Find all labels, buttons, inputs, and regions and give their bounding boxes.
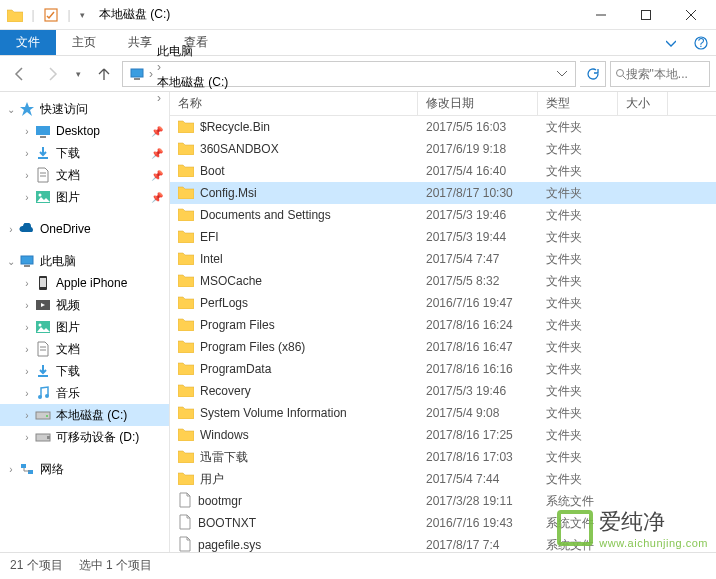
- file-row[interactable]: Documents and Settings2017/5/3 19:46文件夹: [170, 204, 716, 226]
- chevron-right-icon[interactable]: ›: [20, 192, 34, 203]
- column-header-size[interactable]: 大小: [618, 92, 668, 115]
- help-icon[interactable]: ?: [686, 30, 716, 55]
- expand-ribbon-icon[interactable]: [656, 30, 686, 55]
- file-name-label: EFI: [200, 230, 219, 244]
- file-row[interactable]: 360SANDBOX2017/6/19 9:18文件夹: [170, 138, 716, 160]
- tree-item[interactable]: ›视频: [0, 294, 169, 316]
- tree-item[interactable]: ›文档📌: [0, 164, 169, 186]
- properties-icon[interactable]: [39, 3, 63, 27]
- tree-label: 音乐: [56, 385, 80, 402]
- file-row[interactable]: Recovery2017/5/3 19:46文件夹: [170, 380, 716, 402]
- file-row[interactable]: 用户2017/5/4 7:44文件夹: [170, 468, 716, 490]
- file-date-cell: 2017/8/16 17:25: [418, 428, 538, 442]
- file-row[interactable]: 迅雷下载2017/8/16 17:03文件夹: [170, 446, 716, 468]
- maximize-button[interactable]: [623, 0, 668, 30]
- documents-icon: [34, 340, 52, 358]
- close-button[interactable]: [668, 0, 713, 30]
- chevron-right-icon[interactable]: ›: [20, 300, 34, 311]
- search-input[interactable]: [626, 67, 705, 81]
- tab-file[interactable]: 文件: [0, 30, 56, 55]
- file-row[interactable]: Program Files2017/8/16 16:24文件夹: [170, 314, 716, 336]
- chevron-right-icon[interactable]: ›: [20, 366, 34, 377]
- file-name-label: Windows: [200, 428, 249, 442]
- file-row[interactable]: BOOTNXT2016/7/16 19:43系统文件: [170, 512, 716, 534]
- tree-item[interactable]: ›图片: [0, 316, 169, 338]
- chevron-right-icon[interactable]: ›: [149, 67, 153, 81]
- back-button[interactable]: [6, 60, 34, 88]
- file-row[interactable]: Intel2017/5/4 7:47文件夹: [170, 248, 716, 270]
- file-name-cell: pagefile.sys: [170, 536, 418, 553]
- file-row[interactable]: pagefile.sys2017/8/17 7:4系统文件: [170, 534, 716, 552]
- chevron-right-icon[interactable]: ›: [20, 278, 34, 289]
- tree-item[interactable]: ›下载📌: [0, 142, 169, 164]
- file-date-cell: 2017/5/4 7:47: [418, 252, 538, 266]
- tree-item[interactable]: ›本地磁盘 (C:): [0, 404, 169, 426]
- file-name-cell: Intel: [170, 251, 418, 268]
- address-bar[interactable]: › 此电脑›本地磁盘 (C:)›: [122, 61, 576, 87]
- chevron-right-icon[interactable]: ›: [20, 126, 34, 137]
- folder-icon: [178, 339, 194, 356]
- tab-home[interactable]: 主页: [56, 30, 112, 55]
- tree-label: 文档: [56, 167, 80, 184]
- file-row[interactable]: PerfLogs2016/7/16 19:47文件夹: [170, 292, 716, 314]
- column-header-date[interactable]: 修改日期: [418, 92, 538, 115]
- file-name-cell: Windows: [170, 427, 418, 444]
- file-row[interactable]: $Recycle.Bin2017/5/5 16:03文件夹: [170, 116, 716, 138]
- file-row[interactable]: Program Files (x86)2017/8/16 16:47文件夹: [170, 336, 716, 358]
- ribbon-tabs: 文件 主页 共享 查看 ?: [0, 30, 716, 56]
- file-type-cell: 文件夹: [538, 141, 618, 158]
- tree-item[interactable]: ›下载: [0, 360, 169, 382]
- breadcrumb-segment[interactable]: 本地磁盘 (C:): [155, 74, 230, 91]
- file-type-cell: 文件夹: [538, 273, 618, 290]
- column-header-type[interactable]: 类型: [538, 92, 618, 115]
- breadcrumb-segment[interactable]: 此电脑: [155, 43, 230, 60]
- chevron-right-icon[interactable]: ›: [20, 148, 34, 159]
- address-dropdown-icon[interactable]: [553, 67, 571, 81]
- folder-icon: [178, 141, 194, 158]
- tree-item[interactable]: ›Apple iPhone: [0, 272, 169, 294]
- tree-group[interactable]: ›OneDrive: [0, 218, 169, 240]
- recent-dropdown[interactable]: ▾: [70, 60, 86, 88]
- file-row[interactable]: Boot2017/5/4 16:40文件夹: [170, 160, 716, 182]
- chevron-right-icon[interactable]: ›: [4, 464, 18, 475]
- file-name-cell: Program Files (x86): [170, 339, 418, 356]
- chevron-down-icon[interactable]: ⌄: [4, 256, 18, 267]
- tree-item[interactable]: ›图片📌: [0, 186, 169, 208]
- file-row[interactable]: MSOCache2017/5/5 8:32文件夹: [170, 270, 716, 292]
- tree-group[interactable]: ⌄快速访问: [0, 98, 169, 120]
- chevron-down-icon[interactable]: ⌄: [4, 104, 18, 115]
- file-row[interactable]: bootmgr2017/3/28 19:11系统文件: [170, 490, 716, 512]
- phone-icon: [34, 274, 52, 292]
- folder-icon: [178, 295, 194, 312]
- tree-item[interactable]: ›音乐: [0, 382, 169, 404]
- navigation-pane[interactable]: ⌄快速访问›Desktop📌›下载📌›文档📌›图片📌›OneDrive⌄此电脑›…: [0, 92, 170, 552]
- pc-icon[interactable]: [127, 67, 147, 81]
- column-header-name[interactable]: 名称: [170, 92, 418, 115]
- tree-item[interactable]: ›可移动设备 (D:): [0, 426, 169, 448]
- forward-button[interactable]: [38, 60, 66, 88]
- file-name-label: 360SANDBOX: [200, 142, 279, 156]
- chevron-right-icon[interactable]: ›: [20, 432, 34, 443]
- file-row[interactable]: Config.Msi2017/8/17 10:30文件夹: [170, 182, 716, 204]
- tree-group[interactable]: ›网络: [0, 458, 169, 480]
- minimize-button[interactable]: [578, 0, 623, 30]
- chevron-right-icon[interactable]: ›: [20, 388, 34, 399]
- file-row[interactable]: EFI2017/5/3 19:44文件夹: [170, 226, 716, 248]
- search-box[interactable]: [610, 61, 710, 87]
- chevron-right-icon[interactable]: ›: [20, 410, 34, 421]
- customize-qat-dropdown[interactable]: ▾: [75, 3, 89, 27]
- refresh-button[interactable]: [580, 61, 606, 87]
- file-row[interactable]: System Volume Information2017/5/4 9:08文件…: [170, 402, 716, 424]
- chevron-right-icon[interactable]: ›: [20, 344, 34, 355]
- chevron-right-icon[interactable]: ›: [4, 224, 18, 235]
- tree-item[interactable]: ›Desktop📌: [0, 120, 169, 142]
- up-button[interactable]: [90, 60, 118, 88]
- chevron-right-icon[interactable]: ›: [20, 322, 34, 333]
- tree-item[interactable]: ›文档: [0, 338, 169, 360]
- chevron-right-icon[interactable]: ›: [157, 60, 161, 74]
- file-row[interactable]: Windows2017/8/16 17:25文件夹: [170, 424, 716, 446]
- file-list-pane[interactable]: 名称 修改日期 类型 大小 $Recycle.Bin2017/5/5 16:03…: [170, 92, 716, 552]
- chevron-right-icon[interactable]: ›: [20, 170, 34, 181]
- file-row[interactable]: ProgramData2017/8/16 16:16文件夹: [170, 358, 716, 380]
- tree-group[interactable]: ⌄此电脑: [0, 250, 169, 272]
